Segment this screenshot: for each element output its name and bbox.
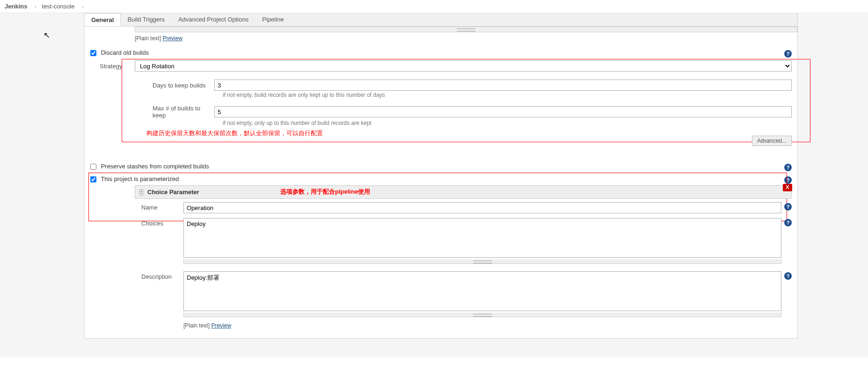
max-builds-label: Max # of builds to keep [144, 105, 214, 119]
days-to-keep-help: if not empty, build records are only kep… [223, 92, 792, 98]
discard-old-builds-label[interactable]: Discard old builds [90, 49, 149, 56]
preserve-stashes-label[interactable]: Preserve stashes from completed builds [90, 163, 209, 170]
preserve-stashes-row: ? Preserve stashes from completed builds [90, 160, 792, 173]
form-panel: [Plain text] Preview ? Discard old build… [84, 27, 798, 339]
param-choices-label: Choices [141, 218, 183, 227]
parameterized-row: ? This project is parameterized [90, 173, 792, 185]
param-choices-textarea[interactable]: Deploy [183, 218, 781, 258]
param-description-label: Description [141, 271, 183, 280]
days-to-keep-label: Days to keep builds [144, 82, 214, 89]
breadcrumb-root[interactable]: Jenkins [5, 3, 27, 10]
chevron-right-icon: › [82, 4, 84, 9]
textarea-resize-bar[interactable] [183, 259, 781, 264]
breadcrumb: Jenkins › test-console › [0, 0, 868, 13]
cursor-icon: ↖ [44, 30, 50, 40]
advanced-button[interactable]: Advanced... [752, 136, 792, 146]
help-icon[interactable]: ? [784, 272, 792, 280]
discard-old-builds-checkbox[interactable] [90, 50, 96, 56]
strategy-label: Strategy [100, 63, 135, 70]
help-icon[interactable]: ? [784, 219, 792, 226]
help-icon[interactable]: ? [784, 176, 792, 184]
preview-link[interactable]: Preview [162, 35, 182, 42]
help-icon[interactable]: ? [784, 203, 792, 211]
grip-icon [473, 314, 492, 317]
tab-advanced-project-options[interactable]: Advanced Project Options [172, 13, 255, 26]
parameterized-label[interactable]: This project is parameterized [90, 175, 179, 182]
param-name-label: Name [141, 202, 183, 211]
tab-build-triggers[interactable]: Build Triggers [121, 13, 171, 26]
preview-link[interactable]: Preview [211, 322, 231, 329]
max-builds-input[interactable] [214, 106, 792, 117]
textarea-resize-bar[interactable] [135, 27, 797, 32]
grip-icon [457, 29, 475, 31]
param-description-textarea[interactable]: Deploy:部署 [183, 271, 781, 311]
preserve-stashes-checkbox[interactable] [90, 164, 96, 170]
annotation-text-2: 选项参数，用于配合pipeline使用 [280, 188, 370, 196]
config-tabs: General Build Triggers Advanced Project … [84, 13, 798, 27]
breadcrumb-project[interactable]: test-console [42, 3, 74, 10]
preview-line: [Plain text] Preview [135, 35, 792, 42]
strategy-select[interactable]: Log Rotation [135, 60, 792, 72]
help-icon[interactable]: ? [784, 50, 792, 58]
days-to-keep-input[interactable] [214, 80, 792, 91]
close-icon[interactable]: X [783, 184, 792, 191]
grip-icon [473, 261, 492, 263]
tab-general[interactable]: General [85, 13, 121, 26]
discard-old-builds-row: ? Discard old builds [90, 46, 792, 59]
tab-pipeline[interactable]: Pipeline [255, 13, 291, 26]
drag-handle-icon[interactable] [139, 189, 144, 196]
choice-parameter-header: Choice Parameter 选项参数，用于配合pipeline使用 X [135, 185, 792, 199]
max-builds-help: if not empty, only up to this number of … [223, 120, 792, 126]
preview-line-2: [Plain text] Preview [183, 322, 792, 329]
help-icon[interactable]: ? [784, 164, 792, 171]
annotation-text-1: 构建历史保留天数和最大保留次数，默认全部保留，可以自行配置 [146, 129, 792, 138]
parameterized-checkbox[interactable] [90, 176, 96, 182]
textarea-resize-bar[interactable] [183, 312, 781, 317]
chevron-right-icon: › [35, 4, 36, 9]
param-name-input[interactable] [183, 202, 781, 213]
